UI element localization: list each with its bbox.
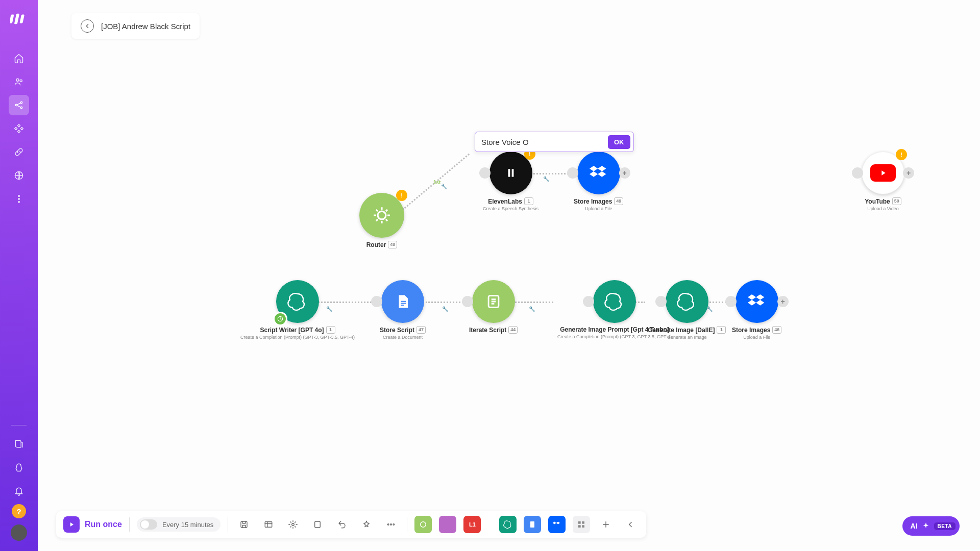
filter-icon[interactable]: 🔧 (442, 306, 448, 312)
svg-point-4 (20, 80, 22, 82)
filter-icon[interactable]: 🔧 (441, 184, 447, 189)
nav-scenarios[interactable] (9, 95, 29, 115)
svg-rect-1 (14, 14, 19, 24)
save-button[interactable] (235, 516, 253, 533)
node-store-script[interactable]: Store Script47 Create a Document (380, 280, 426, 340)
nav-templates[interactable] (9, 118, 29, 139)
rename-popup: OK (475, 132, 634, 152)
svg-rect-18 (401, 305, 404, 306)
nav-top (9, 48, 29, 209)
module-chip-l1[interactable]: L1 (463, 516, 481, 533)
svg-rect-21 (265, 522, 273, 528)
nav-whatsnew[interactable] (9, 457, 29, 478)
node-youtube[interactable]: !+ YouTube50 Upload a Video (862, 152, 904, 211)
badge-icon: ! (396, 190, 407, 201)
node-router[interactable]: ! Router48 (359, 193, 404, 248)
rename-input[interactable] (481, 138, 604, 146)
svg-point-22 (292, 523, 295, 526)
svg-point-25 (390, 524, 392, 525)
bottom-toolbar: Run once Every 15 minutes L1 (56, 511, 646, 538)
toggle-switch[interactable] (140, 519, 157, 530)
nav-home[interactable] (9, 48, 29, 68)
module-chip-dropbox[interactable] (548, 516, 566, 533)
node-iterate[interactable]: Iterate Script44 (469, 280, 518, 334)
svg-rect-30 (582, 521, 585, 524)
collapse-toolbar-button[interactable] (622, 516, 639, 533)
nav-connections[interactable] (9, 142, 29, 162)
add-route-icon[interactable]: + (777, 296, 789, 307)
auto-align-button[interactable] (358, 516, 375, 533)
module-chip-docs[interactable] (524, 516, 541, 533)
add-route-icon[interactable]: + (903, 167, 914, 179)
svg-point-24 (388, 524, 389, 525)
svg-rect-0 (10, 15, 14, 23)
more-button[interactable] (382, 516, 400, 533)
module-chip-openai[interactable] (499, 516, 517, 533)
module-chip-all[interactable] (573, 516, 590, 533)
svg-point-12 (378, 211, 386, 219)
module-chip-iterator[interactable] (414, 516, 432, 533)
add-route-icon[interactable]: + (619, 167, 630, 179)
node-elevenlabs[interactable]: ! ElevenLabs1 Create a Speech Synthesis (483, 152, 538, 211)
edge-label: 1st (433, 180, 440, 185)
rename-ok-button[interactable]: OK (608, 135, 630, 149)
nav-more[interactable] (9, 189, 29, 209)
node-script-writer[interactable]: Script Writer [GPT 4o]1 Create a Complet… (240, 280, 355, 340)
module-chip-tools[interactable] (439, 516, 456, 533)
svg-point-10 (18, 198, 20, 200)
nav-webhooks[interactable] (9, 165, 29, 186)
svg-rect-20 (241, 521, 247, 528)
sidebar: ? (0, 0, 38, 551)
nav-docs[interactable] (9, 434, 29, 454)
svg-point-11 (18, 202, 20, 203)
svg-rect-2 (19, 15, 24, 23)
scenario-title[interactable]: [JOB] Andrew Black Script (101, 22, 190, 31)
svg-rect-32 (582, 525, 585, 528)
breadcrumb-bar: [JOB] Andrew Black Script (71, 13, 200, 39)
play-icon (63, 516, 80, 533)
filter-icon[interactable]: 🔧 (543, 176, 549, 182)
sparkle-icon (922, 522, 930, 530)
table-button[interactable] (260, 516, 277, 533)
notes-button[interactable] (309, 516, 326, 533)
svg-rect-14 (511, 169, 513, 177)
filter-icon[interactable]: 🔧 (529, 306, 535, 312)
svg-point-9 (18, 195, 20, 197)
svg-rect-16 (401, 301, 406, 302)
node-store-images[interactable]: + Store Images46 Upload a File (732, 280, 781, 340)
svg-point-26 (393, 524, 395, 525)
svg-rect-31 (578, 525, 581, 528)
nav-team[interactable] (9, 71, 29, 92)
trigger-clock-icon[interactable] (273, 312, 287, 326)
nav-help[interactable]: ? (12, 504, 26, 518)
svg-rect-13 (508, 169, 510, 177)
run-once-button[interactable]: Run once (63, 516, 122, 533)
settings-button[interactable] (284, 516, 302, 533)
svg-rect-17 (401, 303, 406, 304)
svg-point-27 (421, 522, 426, 528)
back-button[interactable] (81, 19, 94, 33)
undo-button[interactable] (333, 516, 351, 533)
svg-rect-28 (530, 521, 534, 528)
schedule-toggle[interactable]: Every 15 minutes (137, 517, 220, 532)
node-generate-image[interactable]: Generate Image [DallE]1 Generate an Imag… (648, 280, 726, 340)
badge-icon: ! (896, 149, 907, 160)
svg-point-3 (16, 79, 19, 81)
make-logo (10, 10, 28, 28)
scenario-canvas[interactable]: 🔧 1st 🔧 🔧 🔧 🔧 🔧 🔧 ! Router48 ! ElevenLab… (38, 0, 980, 551)
nav-notifications[interactable] (9, 481, 29, 501)
add-module-button[interactable] (597, 516, 615, 533)
node-store-voice[interactable]: + Store Images49 Upload a File (574, 152, 623, 211)
user-avatar[interactable] (11, 524, 27, 541)
nav-bottom: ? (9, 420, 29, 541)
svg-rect-23 (315, 521, 321, 528)
ai-assistant-button[interactable]: AI BETA (902, 516, 960, 536)
svg-rect-29 (578, 521, 581, 524)
